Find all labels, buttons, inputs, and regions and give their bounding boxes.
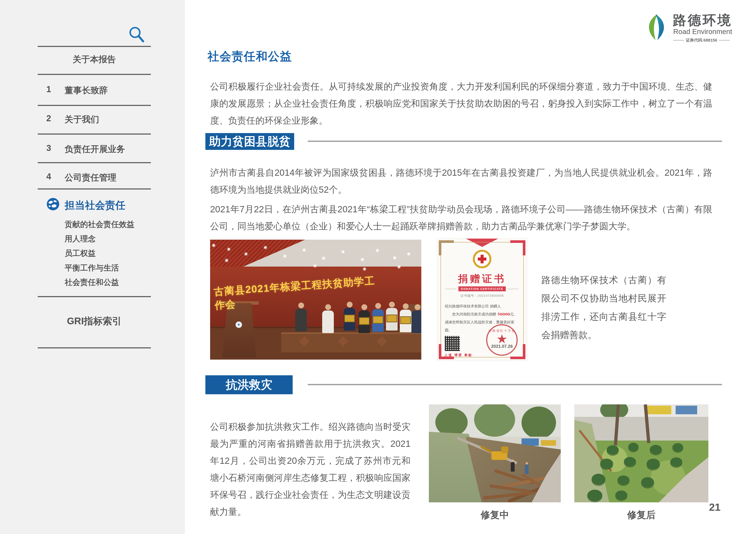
caption-after: 修复后 xyxy=(576,509,707,521)
flood-paragraph: 公司积极参加抗洪救灾工作。绍兴路德向当时受灾最为严重的河南省捐赠善款用于抗洪救灾… xyxy=(210,418,411,520)
poverty-paragraph-1: 泸州市古蔺县自2014年被评为国家级贫困县，路德环境于2015年在古蔺县投资建厂… xyxy=(210,164,712,198)
page-number: 21 xyxy=(709,501,720,513)
section-rule xyxy=(308,384,722,385)
worker xyxy=(525,465,528,474)
red-cross-emblem xyxy=(473,250,491,268)
bush xyxy=(624,457,636,467)
divider xyxy=(38,105,151,106)
divider xyxy=(38,347,151,348)
tree xyxy=(474,404,515,437)
ceiling-slats xyxy=(210,240,305,267)
red-cross-stamp: 河南省红十字会 ★ 2021.07.26 xyxy=(486,324,518,356)
sidebar: 关于本报告 1 董事长致辞 2 关于我们 3 负责任开展业务 4 公司责任管理 xyxy=(0,0,185,534)
sidebar-item-about-report[interactable]: 关于本报告 xyxy=(38,53,151,65)
logo-name-en: Road Environment xyxy=(673,28,732,36)
bush xyxy=(647,459,660,470)
item-label: 负责任开展业务 xyxy=(65,143,125,155)
sidebar-subitem-employee-rights[interactable]: 员工权益 xyxy=(65,248,159,259)
active-item-label: 担当社会责任 xyxy=(65,198,125,212)
bush xyxy=(641,477,654,488)
sidebar-subitem-hiring-philosophy[interactable]: 用人理念 xyxy=(65,234,159,244)
cert-line-2: 您为河南防汛救灾成功捐赠 xyxy=(452,312,497,316)
podium-emblem: ✦ xyxy=(235,321,242,328)
company-logo: 路德环境 Road Environment 证券代码:688156 xyxy=(643,11,733,48)
person xyxy=(372,303,384,332)
divider xyxy=(38,74,151,75)
cert-line-2-end: 元。 xyxy=(510,312,517,316)
person xyxy=(386,302,398,331)
ceiling xyxy=(210,240,421,267)
leaf-logo-icon xyxy=(643,13,670,41)
corner-decoration xyxy=(510,240,526,255)
item-label: 公司责任管理 xyxy=(65,172,116,184)
bush xyxy=(617,475,630,485)
cert-line-1: 绍兴路德环保技术有限公司 捐赠人 xyxy=(445,304,501,308)
person xyxy=(358,304,370,333)
person xyxy=(400,303,411,332)
bush xyxy=(615,491,627,500)
excavator-cab xyxy=(501,446,508,453)
bush xyxy=(672,443,683,452)
ceiling-lights xyxy=(212,244,215,247)
person xyxy=(344,302,355,331)
section-header-flood-relief: 抗洪救灾 xyxy=(205,375,293,394)
bush xyxy=(670,457,682,467)
corner-decoration xyxy=(439,240,454,255)
photo-donation-certificate: 捐赠证书 DONATION CERTIFICATE 证书编号：202107260… xyxy=(437,239,527,361)
logo-stock-code: 证券代码:688156 xyxy=(673,38,730,43)
sidebar-item-chairman-message[interactable]: 1 董事长致辞 xyxy=(38,85,151,99)
bush xyxy=(600,459,613,469)
divider xyxy=(38,162,151,163)
poverty-paragraph-2: 2021年7月22日，在泸州古蔺县2021年“栋梁工程”扶贫助学动员会现场，路德… xyxy=(210,201,712,235)
bush xyxy=(628,443,638,451)
worker xyxy=(511,462,515,471)
stamp-date: 2021.07.26 xyxy=(487,344,517,349)
sidebar-subitem-csr-benefits[interactable]: 贡献的社会责任效益 xyxy=(65,219,159,230)
sidebar-subitem-work-life-balance[interactable]: 平衡工作与生活 xyxy=(65,263,159,273)
divider xyxy=(38,46,151,47)
section-rule xyxy=(308,140,722,142)
dash xyxy=(719,40,730,40)
dash xyxy=(673,40,684,40)
page-title: 社会责任和公益 xyxy=(207,49,292,64)
item-label: 关于我们 xyxy=(65,114,99,125)
certificate-motto: 人道 博爱 奉献 xyxy=(445,353,472,357)
bush xyxy=(650,445,662,454)
machinery xyxy=(645,406,671,414)
sidebar-item-responsible-business[interactable]: 3 负责任开展业务 xyxy=(38,143,151,158)
item-number: 1 xyxy=(46,85,51,94)
sidebar-item-responsibility-management[interactable]: 4 公司责任管理 xyxy=(38,172,151,187)
person xyxy=(322,304,334,333)
sidebar-item-about-us[interactable]: 2 关于我们 xyxy=(38,114,151,129)
machinery xyxy=(541,440,556,446)
certificate-side-note: 路德生物环保技术（古蔺）有限公司不仅协助当地村民展开排涝工作，还向古蔺县红十字会… xyxy=(541,271,666,344)
tree xyxy=(435,408,468,436)
photo-donation-ceremony: ✦ 古蔺县2021年栋梁工程扶贫助学工作会 xyxy=(210,240,421,360)
item-number: 3 xyxy=(46,143,51,153)
machinery xyxy=(676,406,697,414)
donation-amount: 50000 xyxy=(497,312,510,316)
globe-icon xyxy=(46,198,60,211)
certificate-number: 证书编号：2021072600406 xyxy=(437,294,527,298)
report-page: 关于本报告 1 董事长致辞 2 关于我们 3 负责任开展业务 4 公司责任管理 xyxy=(0,0,756,534)
bush xyxy=(587,490,602,501)
person xyxy=(295,302,307,331)
intro-paragraph: 公司积极履行企业社会责任。从可持续发展的产业投资角度，大力开发利国利民的环保细分… xyxy=(210,78,712,129)
item-number: 4 xyxy=(46,172,51,181)
item-number: 2 xyxy=(46,114,51,123)
item-label: 董事长致辞 xyxy=(65,85,108,96)
divider xyxy=(38,189,151,190)
divider xyxy=(38,134,151,135)
sidebar-item-gri-index[interactable]: GRI指标索引 xyxy=(38,315,151,327)
subtitle-text: DONATION CERTIFICATE xyxy=(458,286,506,291)
logo-name-cn: 路德环境 xyxy=(673,11,732,29)
sidebar-item-social-responsibility-active[interactable]: 担当社会责任 xyxy=(46,197,167,212)
search-icon[interactable] xyxy=(127,25,146,44)
certificate-title: 捐赠证书 xyxy=(437,272,527,286)
photo-restoration-during xyxy=(429,404,561,502)
caption-during: 修复中 xyxy=(429,509,561,521)
sidebar-subitem-csr-and-charity[interactable]: 社会责任和公益 xyxy=(65,277,159,288)
qr-code xyxy=(445,336,460,351)
bush xyxy=(607,445,619,455)
bush xyxy=(592,474,606,485)
